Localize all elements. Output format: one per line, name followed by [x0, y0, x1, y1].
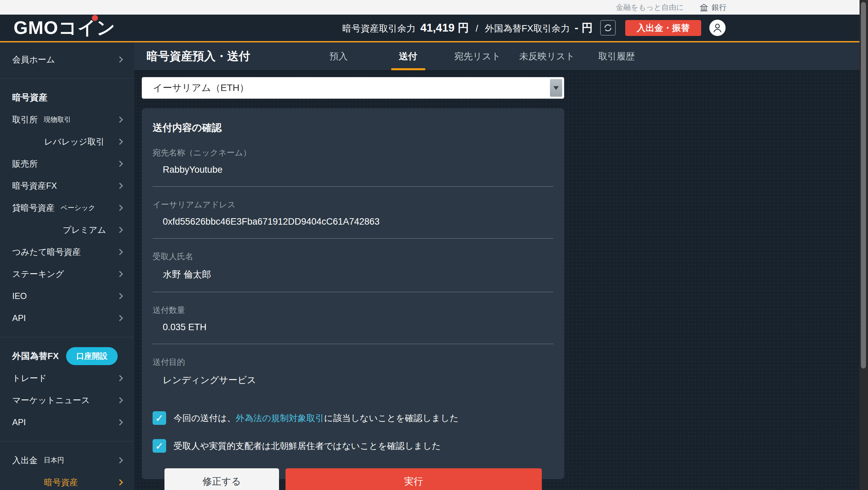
chevron-right-icon	[117, 479, 123, 485]
tab-send[interactable]: 送付	[373, 42, 443, 70]
power-separator: /	[476, 23, 478, 34]
field-value: 水野 倫太郎	[163, 268, 553, 281]
sidebar-item-ieo[interactable]: IEO	[0, 285, 134, 307]
field-value: 0.035 ETH	[163, 322, 553, 333]
check-icon: ✓	[155, 412, 163, 424]
sidebar-item-market-news[interactable]: マーケットニュース	[0, 389, 134, 411]
gmo-coin-logo[interactable]: GMOコイン	[14, 16, 116, 40]
tab-deposit[interactable]: 預入	[304, 42, 373, 70]
field-send-amount: 送付数量 0.035 ETH	[153, 305, 553, 344]
sidebar-section-forex-fx: 外国為替FX 口座開設	[0, 345, 134, 367]
deposit-transfer-button[interactable]: 入出金・振替	[625, 20, 701, 36]
utility-bar: 金融をもっと自由に 銀行	[0, 0, 860, 15]
dropdown-arrow-icon	[553, 86, 559, 90]
send-confirmation-panel: 送付内容の確認 宛先名称（ニックネーム） RabbyYoutube イーサリアム…	[142, 108, 564, 479]
sidebar-item-member-home[interactable]: 会員ホーム	[0, 49, 134, 71]
field-value: レンディングサービス	[163, 374, 553, 386]
confirmation-text: 受取人や実質的支配者は北朝鮮居住者ではないことを確認しました	[174, 440, 441, 452]
chevron-right-icon	[117, 397, 123, 403]
field-divider	[153, 292, 553, 292]
tab-history[interactable]: 取引履歴	[582, 42, 651, 70]
sidebar-divider	[0, 78, 134, 79]
sidebar-item-fx-api[interactable]: API	[0, 411, 134, 433]
chevron-right-icon	[117, 205, 123, 211]
tab-pending-list[interactable]: 未反映リスト	[512, 42, 582, 70]
page-title: 暗号資産預入・送付	[134, 42, 304, 70]
chevron-right-icon	[117, 138, 123, 145]
refresh-button[interactable]	[600, 20, 616, 36]
chevron-right-icon	[117, 56, 123, 62]
fx-power-label: 外国為替FX取引余力	[485, 22, 570, 35]
field-send-purpose: 送付目的 レンディングサービス	[153, 357, 553, 386]
user-icon	[712, 22, 723, 34]
sidebar-item-exchange-spot[interactable]: 取引所 現物取引	[0, 109, 134, 131]
sidebar-section-crypto: 暗号資産	[0, 87, 134, 109]
sidebar-item-lending-premium[interactable]: プレミアム	[0, 219, 134, 241]
chevron-right-icon	[117, 293, 123, 299]
bank-link[interactable]: 銀行	[699, 2, 727, 13]
sidebar-item-tsumitate[interactable]: つみたて暗号資産	[0, 241, 134, 263]
crypto-power-label: 暗号資産取引余力	[342, 22, 416, 35]
fx-power-value: - 円	[575, 20, 593, 36]
sidebar-item-lending-basic[interactable]: 貸暗号資産 ベーシック	[0, 197, 134, 219]
app-body: 会員ホーム 暗号資産 取引所 現物取引 レバレッジ取引 販売所 暗号資産FX	[0, 42, 860, 490]
crypto-power-value: 41,419 円	[420, 20, 469, 36]
open-account-button[interactable]: 口座開設	[66, 347, 118, 365]
chevron-right-icon	[117, 249, 123, 255]
sidebar: 会員ホーム 暗号資産 取引所 現物取引 レバレッジ取引 販売所 暗号資産FX	[0, 42, 134, 490]
execute-button[interactable]: 実行	[285, 468, 542, 490]
sidebar-item-sales-office[interactable]: 販売所	[0, 153, 134, 175]
window-scrollbar[interactable]	[860, 0, 868, 490]
scrollbar-thumb[interactable]	[861, 2, 866, 369]
sidebar-item-crypto-fx[interactable]: 暗号資産FX	[0, 175, 134, 197]
field-nickname: 宛先名称（ニックネーム） RabbyYoutube	[153, 147, 553, 187]
confirmation-row-forex-law: ✓ 今回の送付は、外為法の規制対象取引に該当しないことを確認しました	[153, 411, 553, 425]
tab-address-list[interactable]: 宛先リスト	[443, 42, 512, 70]
checkbox-forex-law[interactable]: ✓	[153, 411, 166, 425]
chevron-right-icon	[117, 183, 123, 189]
chevron-right-icon	[117, 161, 123, 167]
bank-label: 銀行	[712, 2, 727, 13]
chevron-right-icon	[117, 457, 123, 463]
confirmation-text: 今回の送付は、外為法の規制対象取引に該当しないことを確認しました	[174, 412, 459, 424]
chevron-right-icon	[117, 315, 123, 321]
sidebar-divider	[0, 441, 134, 441]
currency-select[interactable]: イーサリアム（ETH）	[142, 77, 564, 99]
field-divider	[153, 344, 553, 344]
user-avatar[interactable]	[709, 20, 726, 36]
sidebar-item-staking[interactable]: ステーキング	[0, 263, 134, 285]
currency-select-value: イーサリアム（ETH）	[153, 81, 249, 94]
panel-title: 送付内容の確認	[153, 121, 553, 135]
sidebar-item-deposit-withdraw-jpy[interactable]: 入出金 日本円	[0, 449, 134, 471]
brand-slogan: 金融をもっと自由に	[616, 2, 684, 13]
dropdown-arrow-button[interactable]	[550, 79, 562, 97]
action-buttons: 修正する 実行	[164, 468, 553, 490]
field-value: 0xfd55626bbc46E3Fba671912DD9404cC61A7428…	[163, 216, 553, 227]
sidebar-item-leverage-trade[interactable]: レバレッジ取引	[0, 131, 134, 153]
trading-power: 暗号資産取引余力 41,419 円 / 外国為替FX取引余力 - 円	[342, 20, 593, 36]
field-value: RabbyYoutube	[163, 165, 553, 175]
chevron-right-icon	[117, 227, 123, 233]
field-label: 送付数量	[153, 305, 553, 316]
sidebar-item-deposit-withdraw-crypto[interactable]: 暗号資産	[0, 471, 134, 490]
bank-icon	[699, 3, 708, 12]
chevron-right-icon	[117, 419, 123, 425]
field-recipient-name: 受取人氏名 水野 倫太郎	[153, 251, 553, 292]
field-label: 受取人氏名	[153, 251, 553, 262]
confirmation-row-north-korea: ✓ 受取人や実質的支配者は北朝鮮居住者ではないことを確認しました	[153, 439, 553, 453]
app-header: GMOコイン 暗号資産取引余力 41,419 円 / 外国為替FX取引余力 - …	[0, 15, 860, 42]
checkbox-north-korea[interactable]: ✓	[153, 439, 166, 453]
field-label: 宛先名称（ニックネーム）	[153, 147, 553, 158]
sidebar-divider	[0, 337, 134, 337]
sidebar-item-api[interactable]: API	[0, 307, 134, 329]
field-divider	[153, 186, 553, 187]
field-label: 送付目的	[153, 357, 553, 368]
sidebar-item-trade[interactable]: トレード	[0, 367, 134, 389]
chevron-right-icon	[117, 116, 123, 122]
logo-red-dot	[92, 15, 98, 21]
forex-law-link[interactable]: 外為法の規制対象取引	[236, 413, 324, 423]
field-label: イーサリアムアドレス	[153, 199, 553, 210]
revise-button[interactable]: 修正する	[164, 468, 279, 490]
main-content: 暗号資産預入・送付 預入 送付 宛先リスト 未反映リスト 取引履歴 イーサリアム…	[134, 42, 860, 490]
gmo-coin-app: 金融をもっと自由に 銀行 GMOコイン 暗号資産取引余力 41,419 円 /	[0, 0, 868, 490]
